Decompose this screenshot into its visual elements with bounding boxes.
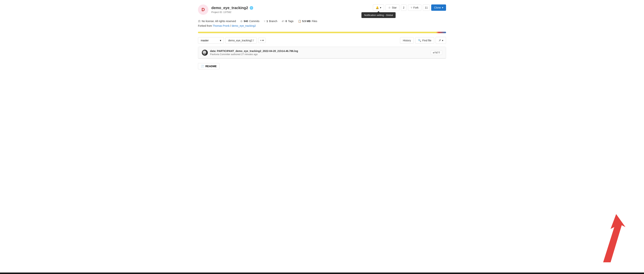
- svg-rect-9: [202, 52, 203, 53]
- license-stat: ⚖ No license. All rights reserved: [198, 19, 236, 23]
- commit-hash: efd77: [431, 50, 442, 55]
- search-icon: 🔍: [418, 39, 421, 42]
- svg-rect-24: [205, 54, 206, 55]
- svg-rect-18: [206, 53, 206, 53]
- project-info: demo_eye_tracking2 🌐 Project ID: 137592: [211, 6, 253, 13]
- find-file-label: Find file: [422, 39, 432, 42]
- svg-rect-22: [203, 54, 204, 55]
- svg-rect-14: [202, 53, 203, 53]
- fork-info: Forked from Thomas Pronk / demo_eye_trac…: [198, 24, 446, 27]
- repo-toolbar-left: master ▾ demo_eye_tracking2 / + ▾: [198, 37, 266, 44]
- notification-chevron: ▾: [380, 6, 381, 9]
- commit-info: data: PARTICIPANT_demo_eye_tracking2_202…: [202, 49, 298, 56]
- svg-rect-11: [204, 52, 205, 53]
- branch-chevron: ▾: [220, 39, 221, 42]
- svg-rect-5: [203, 51, 204, 52]
- committer-avatar: [202, 50, 208, 56]
- stats-bar: ⚖ No license. All rights reserved ⊙ 940 …: [198, 19, 446, 23]
- language-bar: [198, 32, 446, 33]
- hash-badge[interactable]: efd77: [431, 50, 442, 55]
- fork-separator: /: [230, 24, 231, 27]
- commits-icon: ⊙: [240, 20, 242, 23]
- repo-toolbar-right: History 🔍 Find file ↗ ▾: [400, 37, 446, 44]
- readme-label: README: [206, 65, 217, 68]
- svg-rect-17: [205, 53, 206, 53]
- svg-rect-4: [202, 51, 203, 52]
- files-icon: 📋: [298, 20, 301, 23]
- tags-count: 0: [286, 20, 287, 23]
- svg-rect-15: [203, 53, 204, 53]
- star-button[interactable]: ☆ Star: [386, 4, 400, 11]
- path-breadcrumb: demo_eye_tracking2 /: [226, 37, 257, 44]
- project-name: demo_eye_tracking2: [211, 6, 248, 10]
- tags-label: Tags: [288, 20, 294, 23]
- clone-label: Clone: [434, 6, 441, 9]
- svg-rect-19: [203, 53, 204, 54]
- clone-button[interactable]: Clone ▾: [431, 4, 446, 11]
- fork-button[interactable]: ⑂ Fork: [408, 4, 421, 11]
- svg-rect-13: [206, 52, 206, 53]
- more-actions-button[interactable]: ↗ ▾: [436, 37, 446, 44]
- globe-icon: 🌐: [250, 6, 253, 10]
- repo-toolbar: master ▾ demo_eye_tracking2 / + ▾ Histor…: [198, 37, 446, 44]
- readme-section: 📄 README: [198, 63, 446, 69]
- notification-button[interactable]: 🔔 ▾: [373, 4, 384, 11]
- clone-chevron: ▾: [442, 6, 443, 9]
- path-actions-button[interactable]: + ▾: [258, 38, 266, 43]
- path-chevron: ▾: [262, 39, 264, 42]
- fork-author-link[interactable]: Thomas Pronk: [212, 24, 230, 27]
- license-icon: ⚖: [198, 19, 200, 23]
- more-icon: ↗: [438, 38, 441, 42]
- file-list-header: data: PARTICIPANT_demo_eye_tracking2_202…: [198, 47, 446, 58]
- file-list: data: PARTICIPANT_demo_eye_tracking2_202…: [198, 47, 446, 59]
- svg-rect-8: [206, 51, 206, 52]
- files-label: Files: [312, 20, 317, 23]
- files-stat[interactable]: 📋 5.5 MB Files: [298, 20, 317, 23]
- history-label: History: [403, 39, 411, 42]
- project-title: demo_eye_tracking2 🌐: [211, 6, 253, 10]
- notification-tooltip: Notification setting - Global: [362, 12, 396, 18]
- svg-rect-2: [204, 50, 205, 51]
- commit-meta: Pavlovia Commiter authored 27 minutes ag…: [210, 53, 298, 56]
- svg-rect-10: [203, 52, 204, 53]
- svg-rect-7: [205, 51, 206, 52]
- star-count: 2: [401, 4, 406, 11]
- branches-stat[interactable]: ⑂ 1 Branch: [264, 20, 277, 23]
- bell-icon: 🔔: [376, 6, 379, 9]
- star-label: Star: [392, 6, 397, 9]
- project-identity: D demo_eye_tracking2 🌐 Project ID: 13759…: [198, 4, 253, 15]
- fork-label: Fork: [413, 6, 418, 9]
- readme-icon: 📄: [201, 65, 204, 68]
- commits-count: 940: [244, 20, 248, 23]
- svg-rect-1: [203, 50, 204, 51]
- svg-rect-12: [205, 52, 206, 53]
- commits-label: Commits: [249, 20, 260, 23]
- branch-icon: ⑂: [264, 20, 265, 23]
- branches-label: Branch: [269, 20, 277, 23]
- branches-count: 1: [266, 20, 268, 23]
- fork-count: 11: [423, 4, 430, 11]
- commit-details: data: PARTICIPANT_demo_eye_tracking2_202…: [210, 49, 298, 56]
- commit-message[interactable]: data: PARTICIPANT_demo_eye_tracking2_202…: [210, 49, 298, 52]
- tags-stat[interactable]: 🏷 0 Tags: [282, 20, 294, 23]
- path-separator: /: [253, 39, 254, 42]
- fork-icon: ⑂: [411, 6, 412, 9]
- branch-selector[interactable]: master ▾: [198, 37, 224, 44]
- avatar: D: [198, 4, 208, 15]
- path-repo[interactable]: demo_eye_tracking2: [228, 39, 252, 42]
- star-icon: ☆: [388, 6, 391, 9]
- svg-rect-3: [205, 50, 206, 51]
- notification-wrapper: 🔔 ▾ Notification setting - Global: [373, 4, 384, 11]
- svg-rect-20: [204, 53, 205, 54]
- history-button[interactable]: History: [400, 37, 414, 44]
- readme-button[interactable]: 📄 README: [198, 63, 220, 69]
- files-size: 5.5 MB: [302, 20, 311, 23]
- svg-rect-23: [204, 54, 205, 55]
- find-file-button[interactable]: 🔍 Find file: [415, 37, 434, 44]
- fork-repo-link[interactable]: demo_eye_tracking2: [232, 24, 256, 27]
- path-plus: +: [260, 39, 262, 42]
- svg-rect-16: [204, 53, 205, 53]
- svg-rect-6: [204, 51, 205, 52]
- commits-stat[interactable]: ⊙ 940 Commits: [240, 20, 260, 23]
- more-chevron: ▾: [442, 39, 443, 42]
